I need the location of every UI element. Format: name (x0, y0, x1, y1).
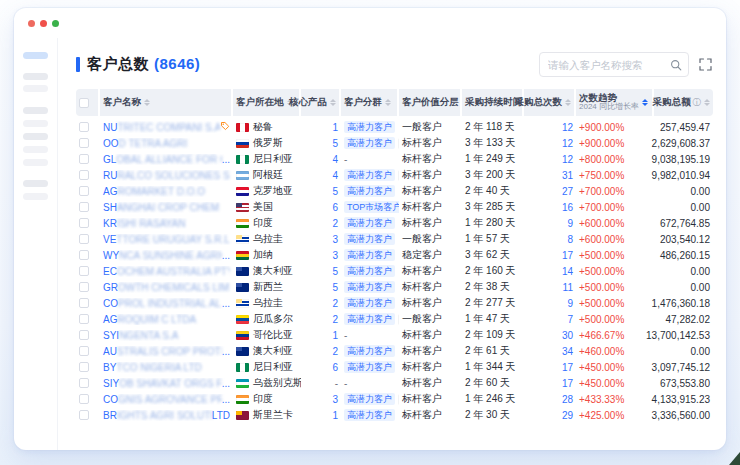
customer-name-link[interactable]: AUSTRALIS CROP PROTECTION P... (103, 346, 230, 357)
close-button[interactable] (28, 20, 35, 27)
core-products-count-link[interactable]: 2 (332, 314, 338, 325)
row-checkbox[interactable] (79, 282, 89, 292)
column-header-products[interactable]: 核心产品 (301, 89, 341, 116)
minimize-button[interactable] (40, 20, 47, 27)
purchase-count-link[interactable]: 34 (562, 346, 573, 357)
column-header-select[interactable] (76, 89, 100, 116)
customer-name-link[interactable]: WYNCA SUNSHINE AGRIC PRO (U... (103, 250, 230, 261)
purchase-count-link[interactable]: 11 (563, 282, 573, 293)
customer-name-link[interactable]: SYINGENTA S.A (103, 330, 230, 341)
sort-icon[interactable] (642, 99, 648, 106)
column-header-tier[interactable]: 客户价值分层 (399, 89, 462, 116)
row-checkbox[interactable] (79, 218, 89, 228)
purchase-count-link[interactable]: 8 (567, 234, 573, 245)
purchase-count-link[interactable]: 7 (567, 314, 573, 325)
sort-icon[interactable] (704, 99, 710, 106)
fullscreen-expand-icon[interactable] (699, 58, 712, 71)
column-header-trend[interactable]: 次数趋势2024 同比增长率 (576, 89, 654, 116)
row-checkbox[interactable] (79, 202, 89, 212)
customer-name-link[interactable]: BYTCO NIGERIA LTD (103, 362, 230, 373)
sidebar-item-8[interactable] (23, 159, 48, 166)
row-checkbox[interactable] (79, 266, 89, 276)
price-tag-icon[interactable] (220, 121, 230, 133)
customer-name-link[interactable]: OOD TETRA AGRI (103, 138, 230, 149)
sidebar-item-3[interactable] (23, 85, 48, 92)
purchase-count-link[interactable]: 17 (562, 378, 573, 389)
search-icon[interactable] (670, 59, 682, 71)
select-all-checkbox[interactable] (79, 98, 89, 108)
customer-name-link[interactable]: VETTORE URUGUAY S.R.L (103, 234, 230, 245)
purchase-count-link[interactable]: 31 (562, 170, 573, 181)
zoom-button[interactable] (52, 20, 59, 27)
core-products-count-link[interactable]: 3 (332, 234, 338, 245)
row-checkbox[interactable] (79, 186, 89, 196)
sidebar-item-1[interactable] (23, 52, 48, 59)
row-checkbox[interactable] (79, 298, 89, 308)
customer-name-link[interactable]: GROWTH CHEMICALS LIMITED (103, 282, 230, 293)
core-products-count-link[interactable]: 1 (332, 410, 338, 421)
core-products-count-link[interactable]: 6 (332, 362, 338, 373)
customer-name-link[interactable]: GLOBAL ALLIANCE FOR CHEMICA... (103, 154, 230, 165)
core-products-count-link[interactable]: 1 (332, 122, 338, 133)
customer-name-link[interactable]: SIYOB SHAVKAT ORGS FERMER X... (103, 378, 230, 389)
row-checkbox[interactable] (79, 394, 89, 404)
purchase-count-link[interactable]: 9 (567, 298, 573, 309)
purchase-count-link[interactable]: 12 (562, 138, 573, 149)
core-products-count-link[interactable]: 5 (332, 282, 338, 293)
sort-icon[interactable] (330, 99, 336, 106)
sidebar-item-2[interactable] (23, 73, 48, 80)
row-checkbox[interactable] (79, 314, 89, 324)
core-products-count-link[interactable]: 2 (332, 346, 338, 357)
customer-name-link[interactable]: BRIGHTS AGRI SOLUTIONS PVT LTD (103, 410, 230, 421)
customer-name-link[interactable]: ECOCHEM AUSTRALIA PTY LIMITED (103, 266, 230, 277)
row-checkbox[interactable] (79, 138, 89, 148)
sidebar-item-5[interactable] (23, 120, 48, 127)
core-products-count-link[interactable]: 5 (332, 138, 338, 149)
purchase-count-link[interactable]: 17 (562, 250, 573, 261)
sidebar-item-9[interactable] (23, 180, 48, 187)
core-products-count-link[interactable]: 2 (332, 218, 338, 229)
customer-name-link[interactable]: COGNIS AGROVANCE PRIVATE L... (103, 394, 230, 405)
search-box[interactable] (539, 52, 689, 77)
customer-name-link[interactable]: COPROL INDUSTRIAL ALIANZ R... (103, 298, 230, 309)
row-checkbox[interactable] (79, 378, 89, 388)
purchase-count-link[interactable]: 17 (562, 362, 573, 373)
column-header-count[interactable]: 采购总次数 (524, 89, 576, 116)
sidebar-item-7[interactable] (23, 146, 48, 153)
sort-icon[interactable] (565, 99, 571, 106)
column-header-name[interactable]: 客户名称 (100, 89, 233, 116)
info-icon[interactable]: ⓘ (693, 97, 702, 109)
sidebar-item-6[interactable] (23, 133, 48, 140)
row-checkbox[interactable] (79, 330, 89, 340)
column-header-segment[interactable]: 客户分群 (341, 89, 399, 116)
core-products-count-link[interactable]: 3 (332, 394, 338, 405)
row-checkbox[interactable] (79, 122, 89, 132)
core-products-count-link[interactable]: 1 (332, 330, 338, 341)
core-products-count-link[interactable]: 6 (332, 202, 338, 213)
core-products-count-link[interactable]: 2 (332, 298, 338, 309)
core-products-count-link[interactable]: 3 (332, 250, 338, 261)
search-input[interactable] (548, 59, 670, 71)
purchase-count-link[interactable]: 29 (562, 410, 573, 421)
customer-name-link[interactable]: AGROMARKET D.O.O (103, 186, 230, 197)
sort-icon[interactable] (385, 99, 391, 106)
row-checkbox[interactable] (79, 250, 89, 260)
purchase-count-link[interactable]: 12 (562, 154, 573, 165)
purchase-count-link[interactable]: 12 (562, 122, 573, 133)
customer-name-link[interactable]: NUTRITEC COMPANI S.A.C (103, 121, 230, 133)
purchase-count-link[interactable]: 9 (567, 218, 573, 229)
purchase-count-link[interactable]: 14 (562, 266, 573, 277)
core-products-count-link[interactable]: 5 (332, 266, 338, 277)
column-header-amount[interactable]: 采购总额ⓘ (654, 89, 713, 116)
customer-name-link[interactable]: SHANGHAI CROP CHEM (103, 202, 230, 213)
row-checkbox[interactable] (79, 234, 89, 244)
row-checkbox[interactable] (79, 410, 89, 420)
sidebar-item-10[interactable] (23, 193, 48, 200)
row-checkbox[interactable] (79, 170, 89, 180)
row-checkbox[interactable] (79, 362, 89, 372)
purchase-count-link[interactable]: 27 (562, 186, 573, 197)
core-products-count-link[interactable]: 4 (332, 170, 338, 181)
core-products-count-link[interactable]: 4 (332, 154, 338, 165)
sort-icon[interactable] (144, 99, 150, 106)
customer-name-link[interactable]: AGROQUIM C LTDA (103, 314, 230, 325)
